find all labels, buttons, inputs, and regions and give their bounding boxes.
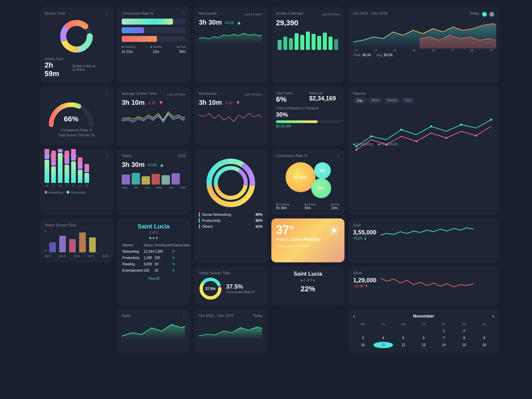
bubble-ipad: 50m xyxy=(311,178,331,198)
sl-row-entertainment: Entertainment 100 30 ↻ xyxy=(122,268,190,273)
conv-bar-vals: ■ Desktop ■ Mobile ■ iPad xyxy=(122,45,186,49)
svg-rect-5 xyxy=(278,40,282,50)
reports-chart xyxy=(353,106,494,140)
donut-big-wrap xyxy=(199,156,263,209)
reports-tab-day[interactable]: Day xyxy=(353,97,366,104)
svg-rect-45 xyxy=(79,232,86,252)
silver-change-val: -12.00 xyxy=(353,284,363,288)
reports-tab-month[interactable]: Month xyxy=(384,97,400,104)
gauge-label: Conversion Rate % xyxy=(45,128,108,132)
cal-day-5[interactable]: 5 xyxy=(394,335,413,341)
weather-country: Czech Republic xyxy=(291,237,321,242)
oct-dec-indicator-1 xyxy=(482,12,487,17)
cal-day-3[interactable]: 3 xyxy=(353,335,373,341)
conv-gauge-menu[interactable]: ⋮ xyxy=(104,91,109,96)
gauge-svg: 66% xyxy=(45,95,98,128)
cal-day-10[interactable]: 10 xyxy=(353,342,373,348)
silver-sparkline xyxy=(380,273,494,286)
yearly-big-labels: Aug Jul Jun May Apr Mar xyxy=(122,186,186,189)
bubble-menu[interactable]: ⋮ xyxy=(336,153,340,158)
emails-value: 29,390 xyxy=(276,19,340,27)
bar-label-su: E xyxy=(86,184,88,188)
weather-temp: 37° xyxy=(276,223,321,237)
screen-time-label: Screen Time xyxy=(45,57,69,61)
sl-bottom-sub-text: 1 of 3 xyxy=(304,278,312,282)
silver-value: 1,29,000 xyxy=(353,277,376,284)
cal-day-6[interactable]: 6 xyxy=(414,335,434,341)
saint-lucia-title: Saint Lucia xyxy=(122,223,186,230)
svg-rect-30 xyxy=(142,176,150,185)
contrib-progress-track xyxy=(276,120,340,123)
bar-group-sa: A xyxy=(78,157,82,188)
cal-day-15[interactable]: 15 xyxy=(454,342,474,348)
yearly-small-chart: 4 0 xyxy=(45,229,108,252)
label-12: 12 xyxy=(354,49,358,52)
cal-hdr-fr: Fr xyxy=(434,321,454,327)
conv-gauge-card: ⋮ 66% Conversion Rate % Total Screen Tim… xyxy=(40,87,113,145)
label-14: 14 xyxy=(393,49,396,52)
month-jun: Jun xyxy=(145,186,150,189)
gold-sparkline xyxy=(380,225,494,238)
revenue-label: Revenue xyxy=(309,91,340,95)
silver-title: Silver xyxy=(353,271,376,275)
bar-t-net xyxy=(51,151,56,166)
svg-rect-31 xyxy=(152,174,160,185)
contrib-label: Total contribution in Revenue xyxy=(276,106,340,110)
yearly-small-title: Yearly Screen Time xyxy=(45,223,108,227)
cal-day-4[interactable]: 4 xyxy=(373,335,393,341)
conv-bar-menu[interactable]: ⋮ xyxy=(182,11,186,16)
cal-day-8[interactable]: 8 xyxy=(454,335,474,341)
cal-empty-5 xyxy=(474,328,494,334)
avg-screen-card: Average Screen Time Last 24 hours 3h 10m… xyxy=(117,87,190,145)
sales-menu[interactable]: ⋮ xyxy=(182,313,186,318)
cal-day-16[interactable]: 16 xyxy=(474,342,494,348)
sales-card: Sales ⋮ xyxy=(117,309,190,353)
conv-bar-row-1 xyxy=(122,19,186,25)
bar-label-m: M xyxy=(46,184,48,188)
cal-day-13[interactable]: 13 xyxy=(414,342,434,348)
cal-day-7[interactable]: 7 xyxy=(434,335,454,341)
saint-lucia-bottom-card: Saint Lucia ● 1 of 3 ● 22% xyxy=(271,266,344,305)
ys-label-2: Jul 3 xyxy=(59,254,65,258)
cal-day-11[interactable]: 11 xyxy=(373,342,393,348)
cal-next-icon[interactable]: ● xyxy=(492,314,494,318)
svg-rect-8 xyxy=(295,33,299,50)
bubble-legend-ipad: ■ iPad10m xyxy=(331,203,340,210)
cal-day-14[interactable]: 14 xyxy=(434,342,454,348)
cal-day-9[interactable]: 9 xyxy=(474,335,494,341)
cal-prev-icon[interactable]: ● xyxy=(353,314,355,318)
cal-empty-1 xyxy=(353,328,373,334)
gold-arrow: ▲ xyxy=(363,236,367,240)
recovered-2-change: -1.22 xyxy=(224,101,233,105)
bar-w-net xyxy=(58,149,63,152)
screen-time-menu[interactable]: ⋮ xyxy=(104,11,109,16)
reports-tab-year[interactable]: Year xyxy=(401,97,415,104)
svg-point-17 xyxy=(355,145,357,147)
cal-day-12[interactable]: 12 xyxy=(394,342,413,348)
sl-views-reading: 9,000 xyxy=(144,261,154,267)
month-aug: Aug xyxy=(122,186,127,189)
month-apr: Apr xyxy=(169,186,174,189)
bar-label-w: W xyxy=(59,184,62,188)
cal-empty-4 xyxy=(414,328,434,334)
ipad-label: ■ iPad xyxy=(177,45,186,49)
desktop-label: ■ Desktop xyxy=(122,45,135,49)
svg-rect-13 xyxy=(323,33,327,50)
sl-conv-networking: ↻ xyxy=(172,249,190,254)
gold-title: Gold xyxy=(353,223,376,227)
svg-point-23 xyxy=(355,149,357,151)
mobile-val: 12m xyxy=(153,50,159,54)
cal-day-1[interactable]: 1 xyxy=(434,328,454,334)
legend-others-pct: 15% xyxy=(255,224,263,228)
recovered-2-range: Last 24 hours xyxy=(244,93,263,96)
month-may: May xyxy=(156,186,162,189)
view-all-link[interactable]: View all xyxy=(122,277,186,280)
saint-lucia-main-card: Saint Lucia 1 of 3 Names Views Purchased… xyxy=(117,218,190,305)
bubble-desktop-label: 5h 30m xyxy=(294,175,307,179)
cal-day-2[interactable]: 2 xyxy=(454,328,474,334)
weekly-menu[interactable]: ⋮ xyxy=(104,153,109,158)
reports-tab-week[interactable]: Week xyxy=(368,97,383,104)
conv-bar-card: Conversion Rate % ⋮ ■ Desktop ■ Mobile xyxy=(117,7,190,83)
conv-bar-row-3 xyxy=(122,36,186,42)
calendar-header: ● November ● xyxy=(353,314,494,319)
